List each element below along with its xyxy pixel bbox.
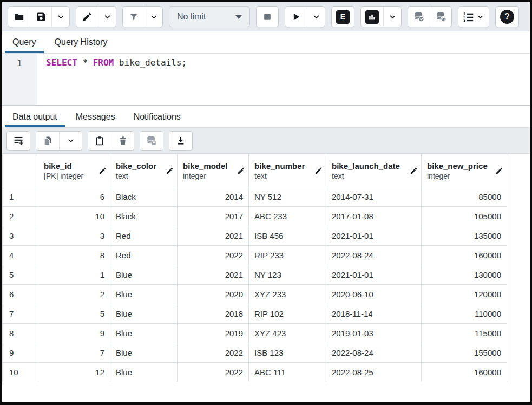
cell-bike_new_price[interactable]: 130000 <box>422 265 507 285</box>
cell-bike_model[interactable]: 2018 <box>178 304 249 324</box>
column-header-bike_number[interactable]: bike_numbertext <box>249 154 326 187</box>
edit-column-icon[interactable] <box>166 167 174 175</box>
cell-bike_new_price[interactable]: 110000 <box>422 304 507 324</box>
row-number[interactable]: 10 <box>3 363 38 382</box>
explain-dropdown-button[interactable] <box>383 7 401 27</box>
cell-bike_color[interactable]: Black <box>110 187 178 207</box>
cell-bike_id[interactable]: 10 <box>38 207 110 226</box>
row-number[interactable]: 7 <box>3 304 38 324</box>
add-row-button[interactable] <box>7 132 30 150</box>
column-header-bike_id[interactable]: bike_id[PK] integer <box>38 154 110 187</box>
cell-bike_new_price[interactable]: 115000 <box>422 324 507 343</box>
column-header-bike_launch_date[interactable]: bike_launch_datetext <box>326 154 422 187</box>
cell-bike_color[interactable]: Blue <box>110 304 178 324</box>
cell-bike_launch_date[interactable]: 2020-06-10 <box>326 285 422 304</box>
cell-bike_new_price[interactable]: 135000 <box>422 226 507 246</box>
cell-bike_launch_date[interactable]: 2014-07-31 <box>326 187 422 207</box>
cell-bike_color[interactable]: Blue <box>110 363 178 382</box>
edit-column-icon[interactable] <box>410 167 418 175</box>
sql-code-line[interactable]: SELECT * FROM bike_details; <box>37 54 187 105</box>
help-button[interactable]: ? <box>496 7 518 27</box>
edit-dropdown-button[interactable] <box>98 7 116 27</box>
column-header-bike_model[interactable]: bike_modelinteger <box>178 154 249 187</box>
cell-bike_new_price[interactable]: 105000 <box>422 207 507 226</box>
cell-bike_number[interactable]: ABC 111 <box>249 363 326 382</box>
row-number[interactable]: 1 <box>3 187 38 207</box>
cell-bike_id[interactable]: 1 <box>38 265 110 285</box>
cell-bike_new_price[interactable]: 160000 <box>422 363 507 382</box>
cell-bike_color[interactable]: Red <box>110 246 178 265</box>
cell-bike_launch_date[interactable]: 2019-01-03 <box>326 324 422 343</box>
cell-bike_model[interactable]: 2021 <box>178 226 249 246</box>
column-header-bike_color[interactable]: bike_colortext <box>110 154 178 187</box>
tab-messages[interactable]: Messages <box>67 106 124 127</box>
row-number[interactable]: 6 <box>3 285 38 304</box>
cell-bike_number[interactable]: NY 123 <box>249 265 326 285</box>
edit-column-icon[interactable] <box>98 167 107 175</box>
cell-bike_color[interactable]: Blue <box>110 265 178 285</box>
cell-bike_launch_date[interactable]: 2018-11-14 <box>326 304 422 324</box>
limit-selector[interactable]: No limit <box>169 6 250 27</box>
save-results-to-file-button[interactable] <box>169 132 192 150</box>
save-file-button[interactable] <box>30 7 51 27</box>
sql-editor[interactable]: 1 SELECT * FROM bike_details; <box>2 54 530 106</box>
cell-bike_launch_date[interactable]: 2021-01-01 <box>326 226 422 246</box>
cell-bike_color[interactable]: Blue <box>110 285 178 304</box>
row-number[interactable]: 9 <box>3 343 38 363</box>
cell-bike_id[interactable]: 8 <box>38 246 110 265</box>
row-number[interactable]: 4 <box>3 246 38 265</box>
cell-bike_launch_date[interactable]: 2017-01-08 <box>326 207 422 226</box>
cell-bike_number[interactable]: ISB 123 <box>249 343 326 363</box>
cell-bike_number[interactable]: RIP 102 <box>249 304 326 324</box>
cell-bike_id[interactable]: 7 <box>38 343 110 363</box>
row-number[interactable]: 5 <box>3 265 38 285</box>
cell-bike_model[interactable]: 2022 <box>178 246 249 265</box>
cell-bike_new_price[interactable]: 120000 <box>422 285 507 304</box>
cell-bike_new_price[interactable]: 85000 <box>422 187 507 207</box>
cell-bike_launch_date[interactable]: 2022-08-25 <box>326 363 422 382</box>
cell-bike_color[interactable]: Blue <box>110 324 178 343</box>
edit-column-icon[interactable] <box>495 167 503 175</box>
cancel-query-button[interactable] <box>257 7 278 27</box>
explain-button[interactable]: E <box>332 7 354 27</box>
cell-bike_number[interactable]: NY 512 <box>249 187 326 207</box>
rollback-button[interactable] <box>430 7 451 27</box>
cell-bike_color[interactable]: Red <box>110 226 178 246</box>
cell-bike_number[interactable]: XYZ 423 <box>249 324 326 343</box>
save-data-changes-button[interactable] <box>140 132 163 150</box>
edit-button[interactable] <box>76 7 98 27</box>
macros-button[interactable]: 123 <box>458 7 489 27</box>
cell-bike_color[interactable]: Black <box>110 207 178 226</box>
cell-bike_model[interactable]: 2019 <box>178 324 249 343</box>
cell-bike_id[interactable]: 2 <box>38 285 110 304</box>
tab-notifications[interactable]: Notifications <box>124 106 190 127</box>
row-number[interactable]: 2 <box>3 207 38 226</box>
cell-bike_id[interactable]: 6 <box>38 187 110 207</box>
edit-column-icon[interactable] <box>237 167 245 175</box>
edit-column-icon[interactable] <box>314 167 323 175</box>
commit-button[interactable] <box>408 7 430 27</box>
cell-bike_launch_date[interactable]: 2021-01-01 <box>326 265 422 285</box>
cell-bike_new_price[interactable]: 155000 <box>422 343 507 363</box>
cell-bike_number[interactable]: XYZ 233 <box>249 285 326 304</box>
execute-dropdown-button[interactable] <box>307 7 325 27</box>
copy-dropdown-button[interactable] <box>59 132 82 150</box>
cell-bike_model[interactable]: 2022 <box>178 343 249 363</box>
tab-query[interactable]: Query <box>3 31 45 53</box>
filter-dropdown-button[interactable] <box>145 7 162 27</box>
row-number[interactable]: 3 <box>3 226 38 246</box>
cell-bike_id[interactable]: 9 <box>38 324 110 343</box>
tab-data-output[interactable]: Data output <box>3 106 67 127</box>
cell-bike_model[interactable]: 2022 <box>178 363 249 382</box>
cell-bike_model[interactable]: 2020 <box>178 285 249 304</box>
cell-bike_model[interactable]: 2021 <box>178 265 249 285</box>
row-number[interactable]: 8 <box>3 324 38 343</box>
cell-bike_id[interactable]: 12 <box>38 363 110 382</box>
cell-bike_model[interactable]: 2014 <box>178 187 249 207</box>
column-header-bike_new_price[interactable]: bike_new_priceinteger <box>422 154 507 187</box>
cell-bike_color[interactable]: Blue <box>110 343 178 363</box>
cell-bike_new_price[interactable]: 160000 <box>422 246 507 265</box>
filter-button[interactable] <box>123 7 145 27</box>
open-file-button[interactable] <box>8 7 30 27</box>
cell-bike_model[interactable]: 2017 <box>178 207 249 226</box>
